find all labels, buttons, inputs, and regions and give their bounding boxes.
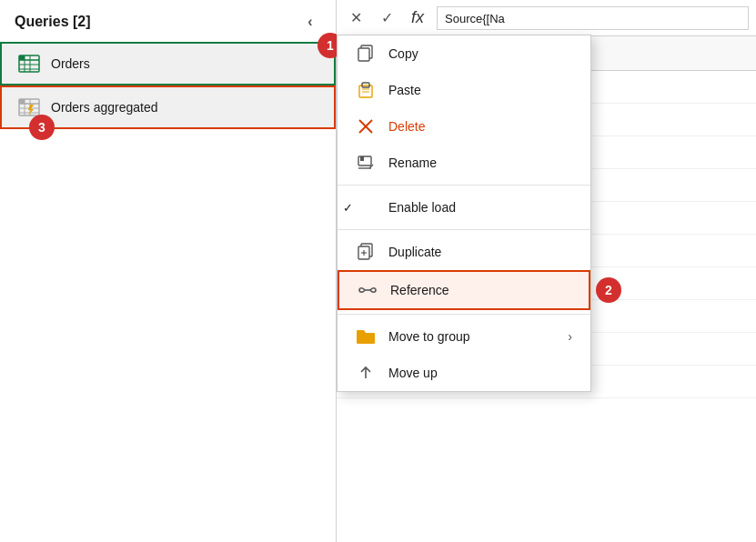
cancel-icon: ✕ <box>350 9 362 26</box>
menu-item-move-up[interactable]: Move up <box>338 355 590 391</box>
move-to-group-label: Move to group <box>388 329 555 344</box>
menu-item-duplicate[interactable]: Duplicate <box>338 234 590 270</box>
separator-2 <box>338 229 590 230</box>
duplicate-label: Duplicate <box>388 245 572 259</box>
copy-label: Copy <box>388 46 572 61</box>
confirm-icon: ✓ <box>381 9 393 26</box>
menu-item-delete[interactable]: Delete <box>338 108 590 145</box>
badge-3: 3 <box>29 115 55 140</box>
badge-2: 2 <box>596 277 621 303</box>
right-panel: ✕ ✓ fx Source{[Na ⊞ 1²₃ 🔑 OrderID ▼ ᴬᴮ꜀ … <box>337 0 756 542</box>
confirm-formula-button[interactable]: ✓ <box>375 6 398 30</box>
cancel-formula-button[interactable]: ✕ <box>344 6 368 30</box>
queries-panel: Queries [2] ‹ Orders 1 <box>0 0 337 542</box>
formula-input[interactable]: Source{[Na <box>437 6 749 30</box>
svg-rect-13 <box>19 99 25 104</box>
paste-icon <box>356 80 376 100</box>
reference-label: Reference <box>390 283 570 297</box>
queries-title: Queries [2] <box>15 14 91 30</box>
formula-bar: ✕ ✓ fx Source{[Na <box>337 0 756 36</box>
menu-item-rename[interactable]: Rename <box>338 145 590 181</box>
copy-icon <box>356 44 376 64</box>
folder-icon <box>356 326 376 346</box>
paste-label: Paste <box>388 83 572 97</box>
orders-name: Orders <box>51 56 90 71</box>
menu-item-copy[interactable]: Copy <box>338 35 590 72</box>
separator-1 <box>338 185 590 186</box>
orders-aggregated-name: Orders aggregated <box>51 100 158 115</box>
query-item-orders[interactable]: Orders 1 <box>0 42 336 85</box>
queries-header: Queries [2] ‹ <box>0 0 336 42</box>
rename-icon <box>356 153 376 173</box>
move-up-label: Move up <box>388 366 572 380</box>
enable-load-label: Enable load <box>388 200 572 215</box>
menu-item-paste[interactable]: Paste <box>338 72 590 108</box>
separator-3 <box>338 314 590 315</box>
context-menu: Copy Paste Delete <box>337 35 591 392</box>
delete-label: Delete <box>388 119 572 134</box>
delete-icon <box>356 116 376 136</box>
menu-item-move-to-group[interactable]: Move to group › <box>338 318 590 355</box>
svg-rect-16 <box>358 48 369 61</box>
menu-item-reference[interactable]: Reference 2 <box>338 270 590 310</box>
enable-load-icon <box>356 197 376 217</box>
collapse-button[interactable]: ‹ <box>299 11 321 33</box>
rename-label: Rename <box>388 156 572 170</box>
menu-item-enable-load[interactable]: Enable load <box>338 189 590 226</box>
svg-rect-6 <box>19 55 25 60</box>
svg-marker-14 <box>28 105 34 115</box>
move-up-icon <box>356 363 376 383</box>
orders-table-icon <box>16 51 42 76</box>
fx-label: fx <box>406 8 429 27</box>
svg-rect-24 <box>360 156 364 161</box>
duplicate-icon <box>356 242 376 262</box>
query-item-orders-aggregated[interactable]: Orders aggregated 3 <box>0 85 336 129</box>
reference-icon <box>358 280 378 300</box>
submenu-arrow: › <box>568 329 572 344</box>
